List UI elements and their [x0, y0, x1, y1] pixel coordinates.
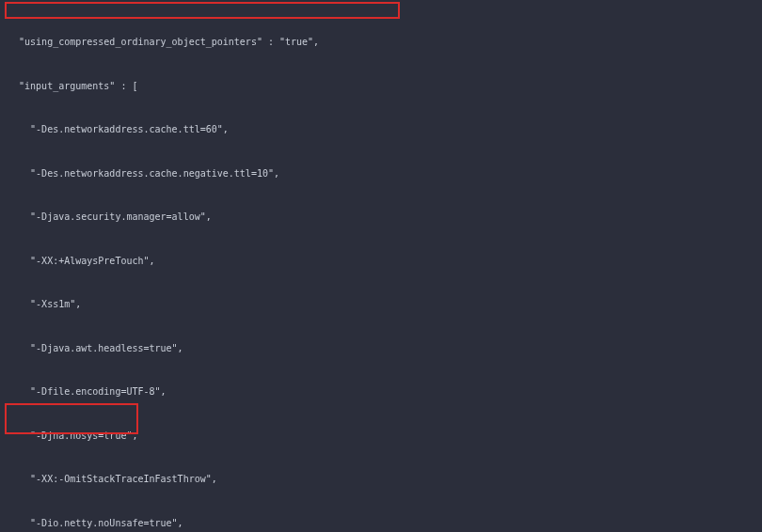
code-line: "-XX:-OmitStackTraceInFastThrow", — [8, 472, 754, 487]
code-line: "-Dfile.encoding=UTF-8", — [8, 384, 754, 399]
code-line: "input_arguments" : [ — [8, 79, 754, 94]
code-line: "-Djava.security.manager=allow", — [8, 210, 754, 225]
code-line: "-Des.networkaddress.cache.ttl=60", — [8, 122, 754, 137]
code-line: "-Des.networkaddress.cache.negative.ttl=… — [8, 166, 754, 181]
code-line: "-Djava.awt.headless=true", — [8, 341, 754, 356]
code-block: "using_compressed_ordinary_object_pointe… — [0, 0, 762, 532]
code-line: "-Dio.netty.noUnsafe=true", — [8, 516, 754, 531]
code-line: "-XX:+AlwaysPreTouch", — [8, 254, 754, 269]
code-line: "using_compressed_ordinary_object_pointe… — [8, 35, 754, 50]
annotation-highlight-compressed-oops — [5, 2, 400, 19]
code-line: "-Djna.nosys=true", — [8, 429, 754, 444]
code-line: "-Xss1m", — [8, 297, 754, 312]
